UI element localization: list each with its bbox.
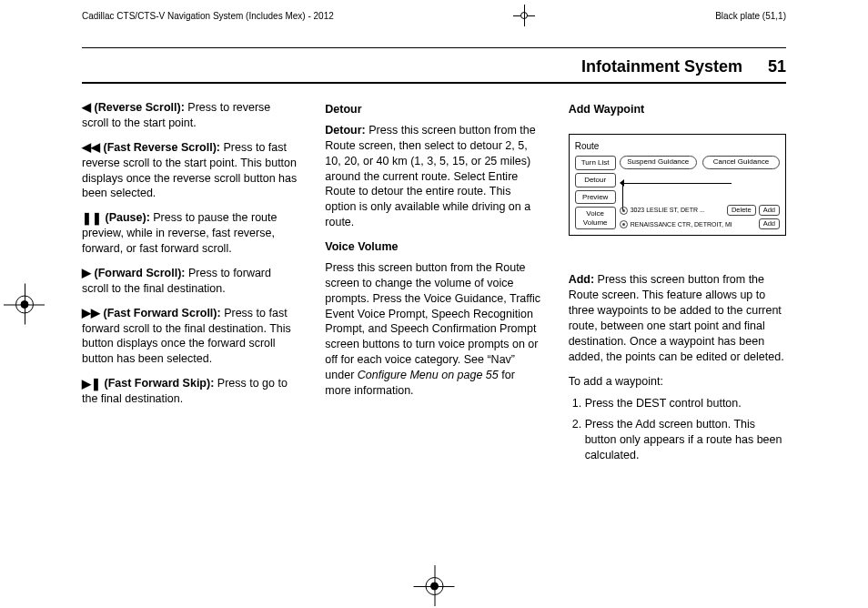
crop-mark-left (4, 284, 45, 325)
fig-row2-text: RENAISSANCE CTR, DETROIT, MI (631, 220, 756, 228)
pause-label: (Pause): (105, 211, 149, 224)
fast-reverse-scroll-label: (Fast Reverse Scroll): (103, 141, 220, 154)
page-number: 51 (768, 57, 786, 76)
fig-add-button-2[interactable]: Add (759, 218, 780, 229)
voice-volume-ref: Configure Menu on page 55 (358, 369, 499, 381)
fig-preview-button[interactable]: Preview (575, 190, 616, 205)
column-1: ◀ (Reverse Scroll): Press to reverse scr… (82, 100, 299, 469)
route-figure: Route Turn List Detour Preview Voice Vol… (569, 134, 786, 236)
add-waypoint-heading: Add Waypoint (569, 102, 786, 117)
pause-icon: ❚❚ (82, 213, 102, 225)
forward-scroll-icon: ▶ (82, 268, 91, 279)
fig-row1-text: 3023 LESLIE ST, DETR ... (631, 206, 724, 214)
doc-title: Cadillac CTS/CTS-V Navigation System (In… (82, 11, 334, 21)
route-figure-title: Route (575, 140, 780, 153)
detour-text: Press this screen button from the Route … (325, 124, 535, 228)
reverse-scroll-label: (Reverse Scroll): (94, 101, 184, 114)
plate-label: Black plate (51,1) (715, 11, 786, 21)
voice-volume-heading: Voice Volume (325, 239, 542, 255)
voice-volume-text-a: Press this screen button from the Route … (325, 261, 540, 381)
detour-heading: Detour (325, 102, 542, 117)
crop-mark-top (513, 5, 535, 26)
step-1: Press the DEST control button. (585, 396, 786, 411)
fast-forward-skip-icon: ▶❚ (82, 379, 101, 390)
detour-run-in: Detour: (325, 124, 365, 137)
fig-waypoint-icon (620, 220, 628, 228)
forward-scroll-label: (Forward Scroll): (94, 267, 185, 279)
fast-forward-scroll-icon: ▶▶ (82, 308, 100, 319)
column-2: Detour Detour: Press this screen button … (325, 100, 542, 469)
step-2: Press the Add screen button. This button… (585, 417, 786, 463)
fig-suspend-guidance-button[interactable]: Suspend Guidance (620, 156, 697, 169)
column-3: Add Waypoint Route Turn List Detour Prev… (569, 100, 786, 469)
fig-voice-volume-button[interactable]: Voice Volume (575, 207, 616, 229)
fig-turn-list-button[interactable]: Turn List (575, 156, 616, 170)
fast-forward-skip-label: (Fast Forward Skip): (104, 377, 214, 390)
reverse-scroll-icon: ◀ (82, 102, 91, 114)
fig-waypoint-icon (620, 207, 628, 215)
add-run-in: Add: (569, 273, 594, 286)
fig-arrow-icon (620, 179, 624, 187)
page-section-title: Infotainment System (581, 57, 742, 76)
fast-forward-scroll-label: (Fast Forward Scroll): (103, 307, 220, 319)
fig-add-button-1[interactable]: Add (759, 205, 780, 216)
fig-delete-button[interactable]: Delete (727, 205, 756, 216)
add-text: Press this screen button from the Route … (569, 273, 784, 362)
crop-mark-bottom (414, 565, 455, 606)
to-add-waypoint-text: To add a waypoint: (569, 374, 786, 390)
fig-cancel-guidance-button[interactable]: Cancel Guidance (702, 156, 780, 169)
fast-reverse-scroll-icon: ◀◀ (82, 142, 100, 154)
fig-detour-button[interactable]: Detour (575, 173, 616, 187)
